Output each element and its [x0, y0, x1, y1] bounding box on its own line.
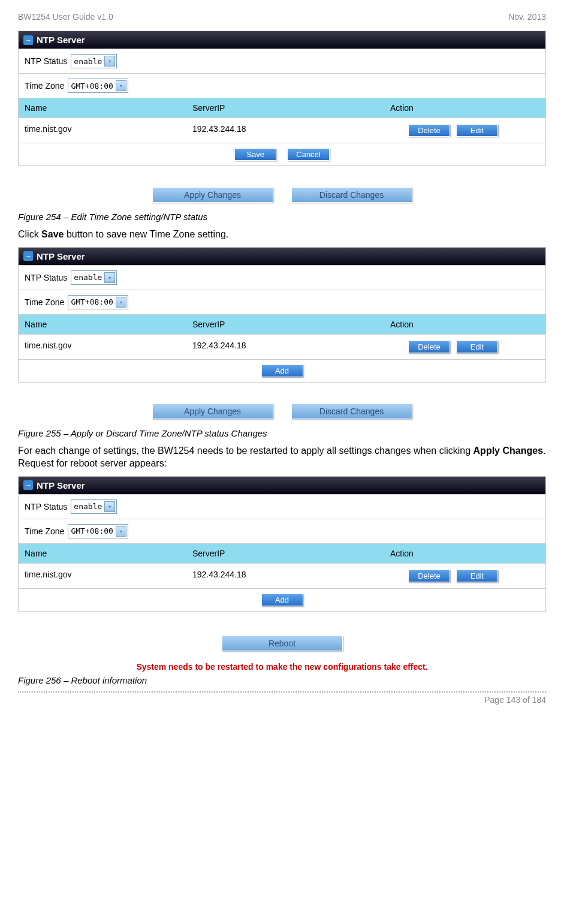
ntp-status-row: NTP Status enable ▾ [19, 49, 545, 73]
time-zone-value: GMT+08:00 [71, 82, 113, 91]
panel-title: NTP Server [37, 35, 85, 45]
time-zone-select[interactable]: GMT+08:00 ▾ [68, 295, 128, 309]
edit-button[interactable]: Edit [456, 341, 498, 353]
ntp-status-label: NTP Status [25, 56, 67, 66]
figure-254-caption: Figure 254 – Edit Time Zone setting/NTP … [18, 212, 546, 222]
col-ip: ServerIP [186, 315, 384, 334]
col-action: Action [384, 544, 545, 563]
col-name: Name [19, 98, 186, 118]
p1-b: Save [41, 229, 64, 239]
chevron-down-icon: ▾ [104, 56, 115, 67]
delete-button[interactable]: Delete [408, 570, 450, 582]
cell-action: Delete Edit [384, 335, 545, 359]
panel-header: → NTP Server [19, 248, 545, 265]
chevron-down-icon: ▾ [104, 501, 115, 512]
time-zone-label: Time Zone [25, 526, 64, 536]
panel-header: → NTP Server [19, 477, 545, 494]
chevron-down-icon: ▾ [116, 526, 126, 537]
reboot-row: Reboot [18, 636, 546, 651]
p1-a: Click [18, 229, 41, 239]
page-number: Page 143 of 184 [484, 695, 546, 705]
table-row: time.nist.gov 192.43.244.18 Delete Edit [19, 563, 545, 588]
p1-c: button to save new Time Zone setting. [64, 229, 228, 239]
apply-changes-button[interactable]: Apply Changes [152, 404, 273, 419]
changes-row-2: Apply Changes Discard Changes [18, 404, 546, 419]
reboot-warning: System needs to be restarted to make the… [18, 662, 546, 672]
ntp-status-value: enable [74, 273, 102, 282]
table-row: time.nist.gov 192.43.244.18 Delete Edit [19, 334, 545, 359]
save-button[interactable]: Save [234, 148, 276, 161]
cell-ip: 192.43.244.18 [186, 335, 384, 359]
time-zone-value: GMT+08:00 [71, 297, 113, 306]
ntp-panel-apply: → NTP Server NTP Status enable ▾ Time Zo… [18, 247, 546, 383]
time-zone-select[interactable]: GMT+08:00 ▾ [68, 524, 128, 538]
ntp-status-value: enable [74, 57, 102, 66]
arrow-right-icon: → [23, 35, 33, 45]
header-left: BW1254 User Guide v1.0 [18, 12, 113, 22]
time-zone-row: Time Zone GMT+08:00 ▾ [19, 519, 545, 543]
edit-button[interactable]: Edit [456, 124, 498, 137]
col-ip: ServerIP [186, 98, 384, 118]
cancel-button[interactable]: Cancel [287, 148, 329, 161]
apply-changes-button[interactable]: Apply Changes [152, 187, 273, 203]
ntp-status-select[interactable]: enable ▾ [71, 270, 117, 285]
cell-action: Delete Edit [384, 118, 545, 143]
figure-256-caption: Figure 256 – Reboot information [18, 675, 546, 685]
panel-title: NTP Server [37, 251, 85, 261]
add-row: Add [19, 359, 545, 382]
table-header: Name ServerIP Action [19, 98, 545, 118]
cell-action: Delete Edit [384, 564, 545, 588]
chevron-down-icon: ▾ [116, 297, 126, 308]
ntp-panel-reboot: → NTP Server NTP Status enable ▾ Time Zo… [18, 476, 546, 612]
arrow-right-icon: → [23, 480, 33, 490]
delete-button[interactable]: Delete [408, 124, 450, 137]
time-zone-select[interactable]: GMT+08:00 ▾ [68, 79, 128, 93]
ntp-panel-edit: → NTP Server NTP Status enable ▾ Time Zo… [18, 31, 546, 166]
ntp-status-label: NTP Status [25, 502, 67, 511]
panel-title: NTP Server [37, 480, 85, 490]
col-name: Name [19, 544, 186, 563]
col-action: Action [384, 98, 545, 118]
chevron-down-icon: ▾ [104, 272, 115, 283]
time-zone-row: Time Zone GMT+08:00 ▾ [19, 290, 545, 314]
ntp-status-label: NTP Status [25, 273, 67, 282]
figure-255-caption: Figure 255 – Apply or Discard Time Zone/… [18, 428, 546, 438]
col-action: Action [384, 315, 545, 334]
paragraph-apply: For each change of settings, the BW1254 … [18, 444, 546, 470]
cell-ip: 192.43.244.18 [186, 118, 384, 143]
ntp-status-select[interactable]: enable ▾ [71, 54, 117, 68]
table-header: Name ServerIP Action [19, 314, 545, 334]
add-button[interactable]: Add [261, 365, 303, 377]
add-row: Add [19, 588, 545, 611]
save-cancel-row: Save Cancel [19, 143, 545, 165]
cell-ip: 192.43.244.18 [186, 564, 384, 588]
edit-button[interactable]: Edit [456, 570, 498, 582]
header-right: Nov. 2013 [508, 12, 546, 22]
paragraph-save: Click Save button to save new Time Zone … [18, 228, 546, 241]
p2-a: For each change of settings, the BW1254 … [18, 446, 473, 456]
ntp-status-row: NTP Status enable ▾ [19, 494, 545, 519]
panel-header: → NTP Server [19, 31, 545, 49]
time-zone-value: GMT+08:00 [71, 526, 113, 535]
chevron-down-icon: ▾ [116, 80, 126, 91]
ntp-status-value: enable [74, 502, 102, 511]
cell-name: time.nist.gov [19, 564, 186, 588]
ntp-status-select[interactable]: enable ▾ [71, 499, 117, 514]
table-header: Name ServerIP Action [19, 543, 545, 563]
table-row: time.nist.gov 192.43.244.18 Delete Edit [19, 118, 545, 143]
time-zone-label: Time Zone [25, 297, 64, 307]
ntp-status-row: NTP Status enable ▾ [19, 265, 545, 290]
discard-changes-button[interactable]: Discard Changes [291, 404, 412, 419]
discard-changes-button[interactable]: Discard Changes [291, 187, 412, 203]
page-footer: Page 143 of 184 [18, 691, 546, 705]
time-zone-label: Time Zone [25, 81, 64, 91]
page-header: BW1254 User Guide v1.0 Nov. 2013 [18, 12, 546, 22]
arrow-right-icon: → [23, 251, 33, 261]
col-name: Name [19, 315, 186, 334]
time-zone-row: Time Zone GMT+08:00 ▾ [19, 73, 545, 98]
p2-b: Apply Changes [473, 446, 543, 456]
reboot-button[interactable]: Reboot [222, 636, 343, 651]
cell-name: time.nist.gov [19, 118, 186, 143]
add-button[interactable]: Add [261, 594, 303, 606]
delete-button[interactable]: Delete [408, 341, 450, 353]
